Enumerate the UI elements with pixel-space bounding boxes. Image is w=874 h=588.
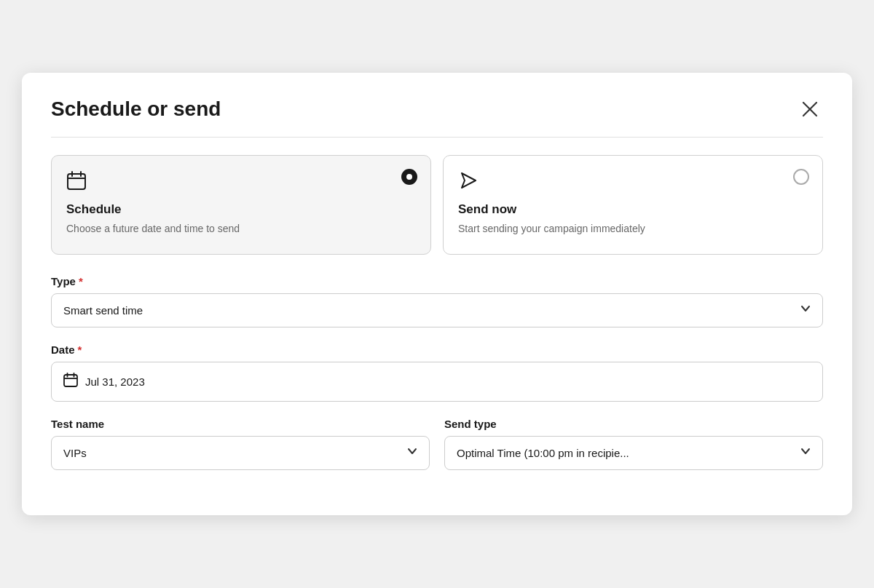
test-name-label: Test name bbox=[51, 418, 430, 430]
send-type-select-wrapper: Optimal Time (10:00 pm in recipie...Stan… bbox=[444, 436, 823, 470]
type-select[interactable]: Smart send timeScheduled timeCustom time bbox=[51, 293, 823, 327]
bottom-fields-row: Test name VIPsAll contactsSegment A Send… bbox=[51, 418, 823, 486]
close-button[interactable] bbox=[797, 96, 823, 122]
send-icon bbox=[458, 170, 808, 195]
svg-rect-7 bbox=[64, 375, 77, 386]
calendar-icon bbox=[66, 170, 416, 195]
date-field-label: Date * bbox=[51, 343, 823, 356]
send-now-option-card[interactable]: Send now Start sending your campaign imm… bbox=[443, 155, 823, 254]
schedule-or-send-modal: Schedule or send Schedule Choose a fut bbox=[22, 73, 852, 514]
type-required-star: * bbox=[79, 275, 83, 287]
date-value: Jul 31, 2023 bbox=[85, 376, 145, 388]
options-row: Schedule Choose a future date and time t… bbox=[51, 155, 823, 254]
test-name-select[interactable]: VIPsAll contactsSegment A bbox=[51, 436, 430, 470]
send-now-option-desc: Start sending your campaign immediately bbox=[458, 221, 808, 236]
send-type-select[interactable]: Optimal Time (10:00 pm in recipie...Stan… bbox=[444, 436, 823, 470]
date-required-star: * bbox=[78, 343, 82, 356]
type-select-wrapper: Smart send timeScheduled timeCustom time bbox=[51, 293, 823, 327]
modal-title: Schedule or send bbox=[51, 98, 221, 121]
schedule-option-desc: Choose a future date and time to send bbox=[66, 221, 416, 236]
type-field-section: Type * Smart send timeScheduled timeCust… bbox=[51, 275, 823, 327]
test-name-select-wrapper: VIPsAll contactsSegment A bbox=[51, 436, 430, 470]
send-type-label: Send type bbox=[444, 418, 823, 430]
svg-marker-6 bbox=[462, 173, 476, 188]
schedule-option-title: Schedule bbox=[66, 202, 416, 217]
header-divider bbox=[51, 137, 823, 138]
type-field-label: Type * bbox=[51, 275, 823, 287]
modal-header: Schedule or send bbox=[51, 96, 823, 122]
date-field-section: Date * Jul 31, 2023 bbox=[51, 343, 823, 402]
send-now-option-title: Send now bbox=[458, 202, 808, 217]
date-calendar-icon bbox=[63, 373, 78, 391]
close-icon bbox=[802, 101, 818, 117]
schedule-option-card[interactable]: Schedule Choose a future date and time t… bbox=[51, 155, 431, 254]
date-input[interactable]: Jul 31, 2023 bbox=[51, 362, 823, 402]
svg-rect-2 bbox=[68, 174, 85, 189]
test-name-field-section: Test name VIPsAll contactsSegment A bbox=[51, 418, 430, 470]
send-type-field-section: Send type Optimal Time (10:00 pm in reci… bbox=[444, 418, 823, 470]
